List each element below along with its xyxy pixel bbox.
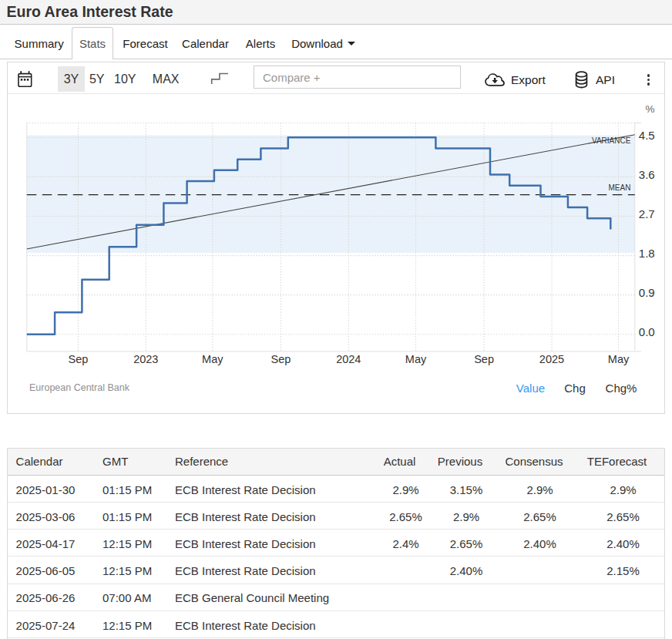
svg-text:May: May <box>202 353 223 365</box>
svg-text:Sep: Sep <box>474 353 494 365</box>
svg-text:4.5: 4.5 <box>639 129 655 142</box>
svg-text:VARIANCE: VARIANCE <box>592 136 631 145</box>
svg-text:Sep: Sep <box>270 353 291 365</box>
svg-text:3.6: 3.6 <box>639 168 655 181</box>
svg-text:0.0: 0.0 <box>639 325 655 338</box>
svg-text:May: May <box>608 353 630 365</box>
svg-text:May: May <box>405 353 427 365</box>
svg-text:2023: 2023 <box>133 353 158 365</box>
svg-text:2.7: 2.7 <box>639 207 655 220</box>
svg-text:2025: 2025 <box>539 353 564 365</box>
svg-text:Sep: Sep <box>68 353 88 365</box>
svg-text:0.9: 0.9 <box>639 286 655 299</box>
svg-text:1.8: 1.8 <box>639 247 655 260</box>
svg-text:MEAN: MEAN <box>608 183 630 192</box>
svg-text:2024: 2024 <box>336 353 361 365</box>
svg-text:%: % <box>646 103 655 115</box>
